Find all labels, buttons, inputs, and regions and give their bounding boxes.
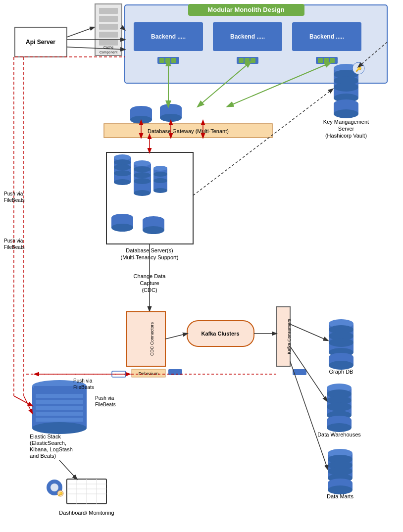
svg-text:Database Gateway (Multi-Tenant: Database Gateway (Multi-Tenant) bbox=[148, 128, 229, 134]
svg-rect-63 bbox=[153, 168, 167, 191]
svg-text:Cache: Cache bbox=[103, 46, 113, 49]
svg-point-56 bbox=[114, 179, 131, 185]
svg-text:FileBeats: FileBeats bbox=[73, 385, 94, 390]
svg-text:Graph DB: Graph DB bbox=[329, 369, 353, 375]
svg-text:and Beats): and Beats) bbox=[30, 453, 56, 459]
svg-line-142 bbox=[290, 361, 328, 469]
svg-rect-143 bbox=[32, 386, 87, 428]
svg-line-168 bbox=[59, 460, 77, 479]
svg-rect-84 bbox=[132, 369, 165, 377]
svg-rect-7 bbox=[292, 22, 361, 51]
svg-point-138 bbox=[328, 485, 353, 494]
svg-text:Data Warehouses: Data Warehouses bbox=[317, 432, 361, 437]
svg-point-60 bbox=[134, 172, 151, 178]
svg-point-121 bbox=[327, 384, 352, 392]
svg-point-114 bbox=[329, 338, 353, 347]
svg-text:Debezium: Debezium bbox=[139, 371, 159, 376]
svg-line-108 bbox=[358, 42, 387, 67]
svg-point-136 bbox=[328, 479, 353, 487]
svg-point-157 bbox=[50, 484, 58, 491]
svg-rect-150 bbox=[36, 418, 83, 422]
svg-text:FileBeats: FileBeats bbox=[95, 402, 116, 407]
svg-point-96 bbox=[334, 70, 358, 79]
svg-line-44 bbox=[198, 64, 248, 106]
svg-point-37 bbox=[130, 116, 152, 124]
svg-point-115 bbox=[329, 348, 353, 357]
svg-text:Api Server: Api Server bbox=[26, 39, 55, 46]
svg-point-66 bbox=[153, 178, 167, 183]
svg-text:Backend .....: Backend ..... bbox=[230, 33, 265, 40]
svg-line-109 bbox=[193, 89, 333, 195]
svg-point-116 bbox=[329, 353, 353, 362]
svg-rect-5 bbox=[213, 22, 282, 51]
svg-rect-50 bbox=[106, 152, 193, 244]
svg-point-68 bbox=[111, 214, 133, 222]
diagram-container: Modular Monolith Design Backend ..... Ba… bbox=[0, 0, 403, 532]
svg-text:(Multi-Tenancy Support): (Multi-Tenancy Support) bbox=[121, 254, 179, 260]
svg-point-62 bbox=[134, 190, 151, 196]
svg-rect-24 bbox=[99, 8, 118, 14]
svg-rect-82 bbox=[127, 312, 165, 366]
svg-rect-1 bbox=[188, 4, 304, 16]
svg-rect-179 bbox=[112, 371, 126, 377]
svg-text:FileBeats: FileBeats bbox=[4, 197, 25, 203]
svg-rect-146 bbox=[36, 394, 83, 398]
svg-rect-88 bbox=[187, 321, 254, 346]
svg-point-118 bbox=[329, 361, 353, 370]
svg-rect-69 bbox=[111, 218, 133, 228]
svg-rect-137 bbox=[328, 483, 353, 490]
svg-point-64 bbox=[153, 166, 167, 171]
svg-rect-160 bbox=[67, 479, 106, 504]
svg-rect-130 bbox=[328, 453, 353, 478]
svg-point-156 bbox=[47, 480, 62, 495]
svg-rect-147 bbox=[36, 400, 83, 404]
svg-rect-39 bbox=[160, 108, 182, 118]
svg-text:Push via: Push via bbox=[4, 191, 23, 196]
svg-text:(CDC): (CDC) bbox=[142, 287, 157, 293]
svg-point-52 bbox=[114, 154, 131, 160]
svg-rect-41 bbox=[104, 124, 272, 138]
svg-point-111 bbox=[329, 319, 353, 328]
svg-point-100 bbox=[353, 62, 364, 74]
svg-rect-120 bbox=[327, 388, 352, 415]
svg-rect-145 bbox=[34, 386, 85, 392]
svg-point-158 bbox=[57, 490, 63, 496]
svg-point-122 bbox=[327, 389, 352, 398]
svg-text:Modular Monolith Design: Modular Monolith Design bbox=[207, 6, 284, 13]
svg-text:Kafka Consumers: Kafka Consumers bbox=[287, 319, 292, 354]
svg-text:Backend .....: Backend ..... bbox=[309, 33, 344, 40]
svg-rect-20 bbox=[330, 58, 335, 63]
svg-line-34 bbox=[122, 27, 125, 30]
svg-line-31 bbox=[67, 27, 94, 37]
svg-point-113 bbox=[329, 332, 353, 340]
svg-rect-18 bbox=[318, 58, 323, 63]
svg-point-58 bbox=[134, 160, 151, 166]
svg-point-54 bbox=[114, 164, 131, 170]
svg-point-112 bbox=[329, 325, 353, 334]
svg-point-126 bbox=[327, 416, 352, 425]
svg-text:Server: Server bbox=[338, 126, 354, 132]
svg-text:Push via: Push via bbox=[95, 395, 114, 401]
svg-point-95 bbox=[334, 64, 358, 73]
svg-point-135 bbox=[328, 474, 353, 483]
svg-point-144 bbox=[32, 380, 87, 392]
svg-rect-3 bbox=[134, 22, 203, 51]
svg-point-134 bbox=[328, 467, 353, 476]
svg-rect-14 bbox=[239, 58, 244, 63]
svg-point-67 bbox=[153, 188, 167, 193]
svg-point-128 bbox=[327, 423, 352, 432]
svg-rect-51 bbox=[114, 157, 131, 182]
svg-rect-57 bbox=[134, 163, 151, 193]
svg-rect-12 bbox=[171, 58, 176, 63]
svg-rect-21 bbox=[15, 27, 67, 57]
svg-text:Kibana, LogStash: Kibana, LogStash bbox=[30, 446, 73, 452]
svg-rect-0 bbox=[125, 5, 387, 83]
svg-line-45 bbox=[228, 64, 327, 106]
svg-rect-72 bbox=[143, 220, 164, 230]
svg-rect-87 bbox=[293, 369, 306, 375]
svg-point-123 bbox=[327, 396, 352, 405]
svg-text:FileBeats: FileBeats bbox=[4, 244, 25, 250]
svg-rect-23 bbox=[95, 4, 122, 55]
svg-text:🔑: 🔑 bbox=[58, 491, 63, 496]
svg-point-40 bbox=[160, 114, 182, 122]
